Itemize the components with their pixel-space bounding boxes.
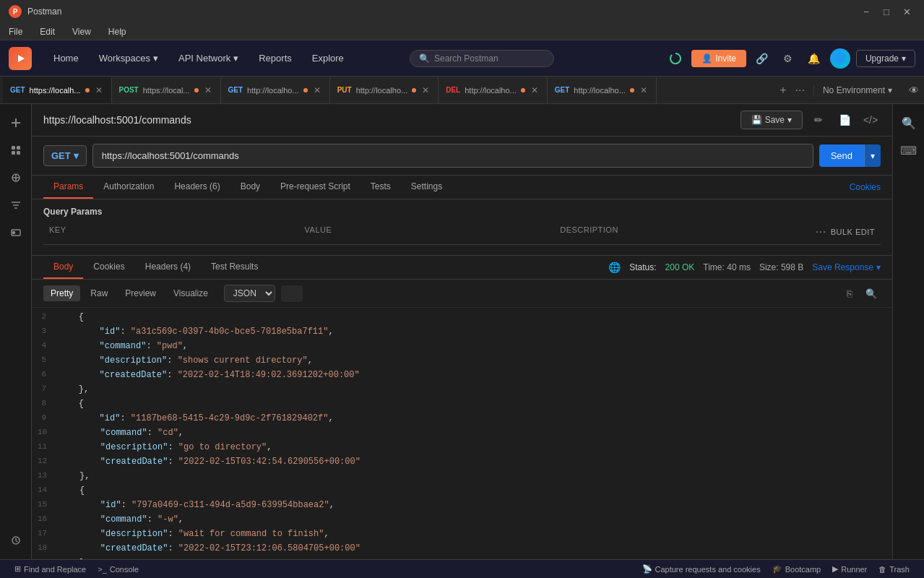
sidebar-icon-new[interactable] (3, 110, 29, 136)
save-button[interactable]: 💾 Invite Save ▾ (741, 111, 803, 129)
documentation-button[interactable]: 📄 (834, 110, 855, 130)
tab-close-button[interactable]: ✕ (530, 84, 540, 97)
tab-url: http://localho... (574, 86, 626, 95)
tab-close-button[interactable]: ✕ (94, 84, 104, 97)
add-tab-button[interactable]: + (777, 82, 789, 98)
response-size-label: Size: 598 B (759, 262, 803, 272)
format-pretty[interactable]: Pretty (43, 285, 80, 301)
cookies-button[interactable]: Cookies (850, 182, 881, 192)
right-icon-shortcut[interactable]: ⌨ (896, 137, 922, 163)
save-response-button[interactable]: Save Response ▾ (812, 262, 881, 272)
nav-explore[interactable]: Explore (302, 48, 354, 68)
tab-url: http://localho... (247, 86, 299, 95)
find-replace-button[interactable]: ⊞ Find and Replace (9, 563, 92, 575)
environment-selector[interactable]: No Environment ▾ (813, 85, 901, 95)
nav-reports[interactable]: Reports (249, 48, 302, 68)
bell-icon-button[interactable]: 🔔 (804, 48, 824, 69)
environment-settings-button[interactable]: 👁 (904, 80, 924, 100)
menu-edit[interactable]: Edit (37, 25, 58, 38)
tab-method: GET (555, 86, 570, 94)
search-response-button[interactable]: 🔍 (862, 284, 881, 303)
menu-view[interactable]: View (69, 25, 94, 38)
maximize-button[interactable]: □ (878, 5, 895, 18)
right-icon-search[interactable]: 🔍 (896, 110, 922, 136)
avatar[interactable] (830, 48, 850, 69)
tab-method: POST (119, 86, 139, 94)
url-input[interactable] (92, 144, 813, 168)
nav-api-network[interactable]: API Network ▾ (168, 48, 249, 68)
tab-tests[interactable]: Tests (360, 176, 401, 199)
runner-button[interactable]: ▶ Runner (826, 563, 873, 575)
response-tab-headers[interactable]: Headers (4) (135, 256, 201, 279)
bootcamp-button[interactable]: 🎓 Bootcamp (767, 563, 827, 575)
tabs-bar: GET https://localh... ✕ POST https://loc… (0, 77, 924, 104)
menu-help[interactable]: Help (105, 25, 129, 38)
capture-button[interactable]: 📡 Capture requests and cookies (636, 563, 767, 575)
nav-home[interactable]: Home (43, 48, 89, 68)
code-button[interactable]: </> (860, 110, 881, 130)
resp-toolbar-right: ⎘ 🔍 (840, 284, 881, 303)
tab-close-button[interactable]: ✕ (203, 84, 213, 97)
method-select[interactable]: GET ▾ (43, 145, 87, 166)
tab-url: https://local... (143, 86, 190, 95)
tab-pre-request[interactable]: Pre-request Script (270, 176, 360, 199)
send-dropdown-button[interactable]: ▾ (864, 144, 881, 167)
sync-icon-button[interactable] (665, 48, 686, 69)
format-preview[interactable]: Preview (118, 285, 163, 301)
tab-4[interactable]: DEL http://localho... ✕ (439, 77, 548, 103)
response-tab-body[interactable]: Body (43, 256, 83, 279)
tab-5[interactable]: GET http://localho... ✕ (548, 77, 657, 103)
tab-2[interactable]: GET http://localho... ✕ (221, 77, 330, 103)
tab-headers[interactable]: Headers (6) (164, 176, 230, 199)
tab-0[interactable]: GET https://localh... ✕ (3, 77, 112, 103)
tab-3[interactable]: PUT http://localho... ✕ (330, 77, 439, 103)
invite-button[interactable]: 👤 Invite (691, 50, 746, 67)
bulk-edit-button[interactable]: Bulk Edit (831, 228, 875, 236)
tab-1[interactable]: POST https://local... ✕ (112, 77, 221, 103)
search-bar[interactable]: 🔍 Search Postman (410, 50, 554, 67)
search-icon: 🔍 (419, 53, 430, 64)
tab-body[interactable]: Body (230, 176, 270, 199)
edit-title-button[interactable]: ✏ (808, 110, 829, 130)
more-tabs-button[interactable]: ··· (793, 82, 808, 98)
trash-button[interactable]: 🗑 Trash (873, 564, 915, 575)
sidebar-icon-monitors[interactable] (3, 527, 29, 553)
console-button[interactable]: >_ Console (92, 564, 144, 575)
link-icon-button[interactable]: 🔗 (752, 48, 772, 69)
filter-icon-button[interactable] (281, 285, 303, 302)
sidebar-icon-environments[interactable] (3, 192, 29, 218)
response-tab-cookies[interactable]: Cookies (83, 256, 134, 279)
topnav: Home Workspaces ▾ API Network ▾ Reports … (0, 40, 924, 77)
settings-icon-button[interactable]: ⚙ (778, 48, 798, 69)
tab-authorization[interactable]: Authorization (93, 176, 164, 199)
sidebar-icon-collections[interactable] (3, 137, 29, 163)
sidebar-icon-apis[interactable] (3, 165, 29, 191)
tab-close-button[interactable]: ✕ (639, 84, 649, 97)
json-viewer[interactable]: 2 { 3 "id": "a31c569c-0397-4b0c-bce5-701… (32, 308, 892, 559)
menu-file[interactable]: File (6, 25, 25, 38)
format-visualize[interactable]: Visualize (166, 285, 215, 301)
tab-params[interactable]: Params (43, 176, 93, 199)
trash-icon: 🗑 (878, 565, 886, 574)
response-tab-test-results[interactable]: Test Results (201, 256, 268, 279)
svg-point-2 (835, 53, 845, 64)
format-raw[interactable]: Raw (83, 285, 115, 301)
json-line: 4 "command": "pwd", (32, 340, 892, 354)
response-time-label: Time: 40 ms (703, 262, 751, 272)
svg-marker-1 (18, 55, 25, 62)
close-button[interactable]: ✕ (898, 5, 915, 18)
upgrade-button[interactable]: Upgrade ▾ (856, 50, 915, 67)
json-format-select[interactable]: JSON (224, 285, 275, 302)
nav-workspaces[interactable]: Workspaces ▾ (89, 48, 168, 68)
tab-close-button[interactable]: ✕ (312, 84, 322, 97)
response-tabs: Body Cookies Headers (4) Test Results 🌐 … (32, 256, 892, 280)
tab-close-button[interactable]: ✕ (420, 84, 431, 97)
tab-settings[interactable]: Settings (401, 176, 452, 199)
copy-response-button[interactable]: ⎘ (840, 284, 859, 303)
more-options-button[interactable]: ··· (816, 225, 826, 238)
app-title: Postman (27, 7, 61, 17)
minimize-button[interactable]: − (858, 5, 875, 18)
svg-rect-7 (12, 151, 15, 155)
send-button[interactable]: Send (819, 144, 864, 167)
sidebar-icon-mock-servers[interactable] (3, 220, 29, 246)
